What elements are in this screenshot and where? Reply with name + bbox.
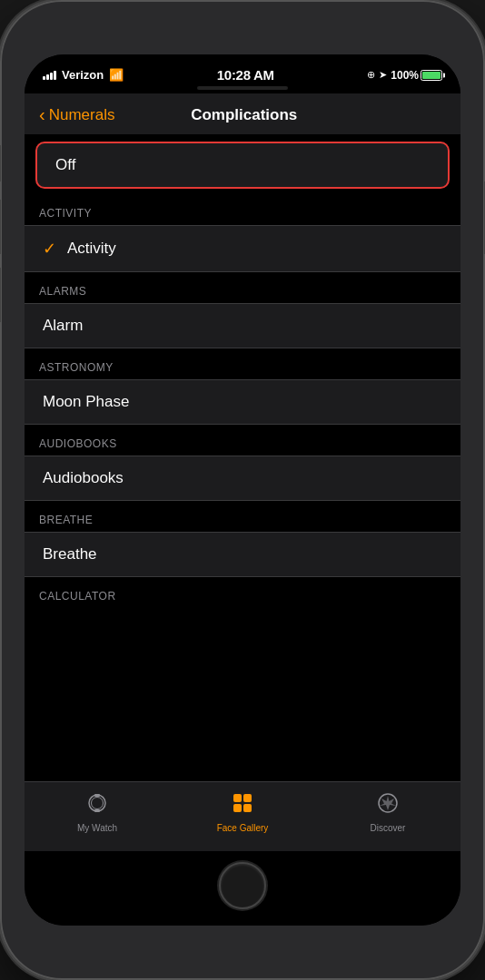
battery-icon	[421, 70, 442, 81]
off-row[interactable]: Off	[35, 142, 450, 189]
location-icon: ⊕	[367, 69, 375, 81]
tab-discover[interactable]: Discover	[315, 782, 460, 837]
signal-bar-4	[54, 71, 56, 80]
row-label: Moon Phase	[43, 393, 129, 411]
row-label: Breathe	[43, 545, 97, 564]
navigation-icon: ➤	[379, 69, 387, 81]
phone-screen: Verizon 📶 10:28 AM ⊕ ➤ 100% ‹	[25, 54, 460, 926]
volume-up-button[interactable]	[0, 200, 1, 254]
section-audiobooks: AUDIOBOOKS Audiobooks	[25, 426, 460, 501]
section-calculator: CALCULATOR	[25, 579, 460, 608]
discover-icon	[376, 791, 400, 820]
svg-rect-4	[233, 794, 242, 802]
navigation-bar: ‹ Numerals Complications	[25, 93, 460, 134]
section-header-alarms: ALARMS	[25, 274, 460, 303]
status-bar: Verizon 📶 10:28 AM ⊕ ➤ 100%	[25, 54, 460, 86]
watch-icon	[85, 791, 109, 820]
home-button-area	[25, 851, 460, 926]
signal-bar-2	[46, 74, 49, 80]
tab-discover-label: Discover	[371, 823, 406, 833]
list-item[interactable]: ✓ Activity	[25, 225, 460, 272]
tab-bar: My Watch Face Gallery	[25, 781, 460, 851]
carrier-label: Verizon	[62, 68, 104, 82]
signal-bar-3	[50, 73, 53, 80]
status-time: 10:28 AM	[217, 67, 274, 83]
row-label: Audiobooks	[43, 469, 124, 487]
volume-down-button[interactable]	[0, 268, 1, 322]
status-left: Verizon 📶	[43, 68, 124, 82]
row-label: Activity	[67, 240, 116, 258]
section-header-breathe: BREATHE	[25, 503, 460, 532]
list-item[interactable]: Breathe	[25, 532, 460, 577]
home-button[interactable]	[219, 862, 266, 909]
signal-bar-1	[43, 76, 45, 80]
battery-label: 100%	[391, 69, 419, 82]
section-breathe: BREATHE Breathe	[25, 503, 460, 577]
list-item[interactable]: Alarm	[25, 303, 460, 348]
row-label: Alarm	[43, 317, 83, 335]
svg-rect-7	[243, 804, 252, 812]
tab-my-watch-label: My Watch	[77, 823, 117, 833]
wifi-icon: 📶	[109, 68, 124, 82]
svg-marker-9	[380, 796, 396, 810]
svg-rect-5	[243, 794, 252, 802]
section-header-activity: ACTIVITY	[25, 196, 460, 225]
tab-face-gallery[interactable]: Face Gallery	[170, 782, 315, 837]
section-alarms: ALARMS Alarm	[25, 274, 460, 348]
section-astronomy: ASTRONOMY Moon Phase	[25, 350, 460, 425]
checkmark-icon: ✓	[43, 239, 56, 259]
list-item[interactable]: Moon Phase	[25, 379, 460, 425]
signal-bars	[43, 71, 56, 80]
off-label: Off	[55, 156, 75, 174]
tab-my-watch[interactable]: My Watch	[25, 782, 170, 837]
mute-button[interactable]	[0, 145, 1, 181]
phone-frame: Verizon 📶 10:28 AM ⊕ ➤ 100% ‹	[0, 0, 485, 980]
svg-rect-3	[94, 809, 100, 812]
content-area: Off ACTIVITY ✓ Activity ALARMS Alarm AST…	[25, 134, 460, 781]
status-right: ⊕ ➤ 100%	[367, 69, 442, 82]
section-header-audiobooks: AUDIOBOOKS	[25, 426, 460, 456]
chevron-left-icon: ‹	[39, 104, 45, 125]
svg-rect-2	[94, 794, 100, 797]
svg-rect-6	[233, 804, 242, 812]
back-label[interactable]: Numerals	[49, 106, 115, 124]
svg-point-1	[92, 798, 104, 809]
top-bar	[25, 86, 460, 93]
face-gallery-icon	[231, 791, 254, 820]
section-header-calculator: CALCULATOR	[25, 579, 460, 608]
battery-fill	[422, 72, 440, 79]
list-item[interactable]: Audiobooks	[25, 456, 460, 501]
back-button[interactable]: ‹ Numerals	[39, 104, 114, 125]
page-title: Complications	[114, 106, 373, 124]
tab-face-gallery-label: Face Gallery	[217, 823, 269, 833]
section-header-astronomy: ASTRONOMY	[25, 350, 460, 379]
section-activity: ACTIVITY ✓ Activity	[25, 196, 460, 272]
battery-container: 100%	[391, 69, 442, 82]
speaker-bar	[197, 86, 288, 90]
